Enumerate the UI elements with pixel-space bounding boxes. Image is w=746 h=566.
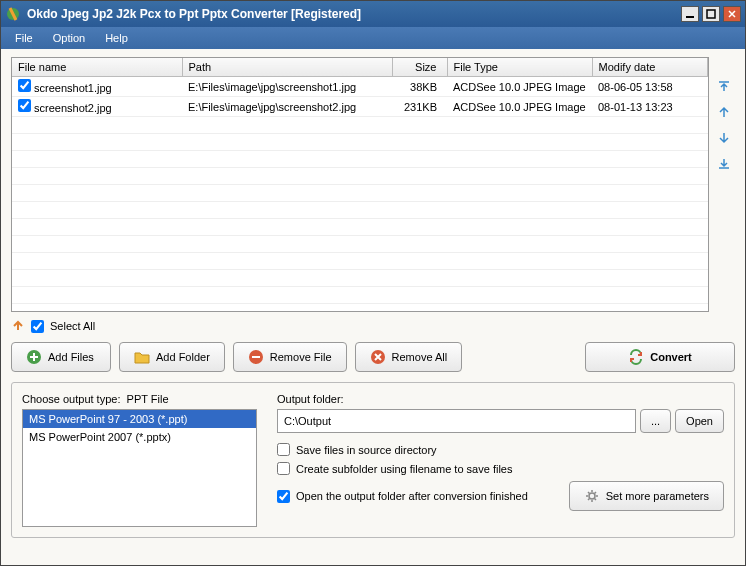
convert-label: Convert	[650, 351, 692, 363]
svg-rect-2	[707, 10, 715, 18]
save-in-source-checkbox[interactable]	[277, 443, 290, 456]
column-header-path[interactable]: Path	[182, 58, 392, 77]
select-all-label: Select All	[50, 320, 95, 332]
app-logo-icon	[5, 6, 21, 22]
cell-filename: screenshot1.jpg	[34, 82, 112, 94]
cell-modify: 08-01-13 13:23	[592, 97, 708, 117]
cell-size: 231KB	[392, 97, 447, 117]
remove-file-button[interactable]: Remove File	[233, 342, 347, 372]
cell-path: E:\Files\image\jpg\screenshot2.jpg	[182, 97, 392, 117]
move-top-button[interactable]	[715, 77, 733, 95]
window-title: Okdo Jpeg Jp2 J2k Pcx to Ppt Pptx Conver…	[27, 7, 681, 21]
cell-size: 38KB	[392, 77, 447, 97]
output-type-listbox[interactable]: MS PowerPoint 97 - 2003 (*.ppt) MS Power…	[22, 409, 257, 527]
cell-filetype: ACDSee 10.0 JPEG Image	[447, 77, 592, 97]
cell-modify: 08-06-05 13:58	[592, 77, 708, 97]
output-folder-input[interactable]	[277, 409, 636, 433]
set-more-parameters-button[interactable]: Set more parameters	[569, 481, 724, 511]
svg-point-6	[589, 493, 595, 499]
minimize-button[interactable]	[681, 6, 699, 22]
convert-icon	[628, 349, 644, 365]
close-button[interactable]	[723, 6, 741, 22]
select-all-checkbox[interactable]	[31, 320, 44, 333]
titlebar: Okdo Jpeg Jp2 J2k Pcx to Ppt Pptx Conver…	[1, 1, 745, 27]
output-type-label: Choose output type: PPT File	[22, 393, 257, 405]
list-item[interactable]: MS PowerPoint 97 - 2003 (*.ppt)	[23, 410, 256, 428]
create-subfolder-checkbox[interactable]	[277, 462, 290, 475]
add-folder-icon	[134, 349, 150, 365]
menu-option[interactable]: Option	[47, 30, 91, 46]
add-folder-button[interactable]: Add Folder	[119, 342, 225, 372]
column-header-size[interactable]: Size	[392, 58, 447, 77]
add-files-button[interactable]: Add Files	[11, 342, 111, 372]
svg-rect-1	[686, 16, 694, 18]
remove-all-button[interactable]: Remove All	[355, 342, 463, 372]
create-subfolder-label: Create subfolder using filename to save …	[296, 463, 512, 475]
maximize-button[interactable]	[702, 6, 720, 22]
up-folder-icon[interactable]	[11, 318, 25, 334]
row-checkbox[interactable]	[18, 79, 31, 92]
move-up-button[interactable]	[715, 103, 733, 121]
remove-all-icon	[370, 349, 386, 365]
file-list-table[interactable]: File name Path Size File Type Modify dat…	[11, 57, 709, 312]
cell-filetype: ACDSee 10.0 JPEG Image	[447, 97, 592, 117]
convert-button[interactable]: Convert	[585, 342, 735, 372]
row-checkbox[interactable]	[18, 99, 31, 112]
table-row[interactable]: screenshot2.jpg E:\Files\image\jpg\scree…	[12, 97, 708, 117]
remove-file-label: Remove File	[270, 351, 332, 363]
open-folder-button[interactable]: Open	[675, 409, 724, 433]
move-down-button[interactable]	[715, 129, 733, 147]
save-in-source-label: Save files in source directory	[296, 444, 437, 456]
column-header-filename[interactable]: File name	[12, 58, 182, 77]
add-files-label: Add Files	[48, 351, 94, 363]
open-after-label: Open the output folder after conversion …	[296, 490, 528, 502]
menu-file[interactable]: File	[9, 30, 39, 46]
column-header-filetype[interactable]: File Type	[447, 58, 592, 77]
menu-help[interactable]: Help	[99, 30, 134, 46]
column-header-modify[interactable]: Modify date	[592, 58, 708, 77]
output-folder-label: Output folder:	[277, 393, 724, 405]
remove-file-icon	[248, 349, 264, 365]
list-item[interactable]: MS PowerPoint 2007 (*.pptx)	[23, 428, 256, 446]
cell-filename: screenshot2.jpg	[34, 102, 112, 114]
open-after-checkbox[interactable]	[277, 490, 290, 503]
move-bottom-button[interactable]	[715, 155, 733, 173]
add-folder-label: Add Folder	[156, 351, 210, 363]
set-more-label: Set more parameters	[606, 490, 709, 502]
cell-path: E:\Files\image\jpg\screenshot1.jpg	[182, 77, 392, 97]
gear-icon	[584, 488, 600, 504]
browse-button[interactable]: ...	[640, 409, 671, 433]
add-files-icon	[26, 349, 42, 365]
table-row[interactable]: screenshot1.jpg E:\Files\image\jpg\scree…	[12, 77, 708, 97]
remove-all-label: Remove All	[392, 351, 448, 363]
menubar: File Option Help	[1, 27, 745, 49]
